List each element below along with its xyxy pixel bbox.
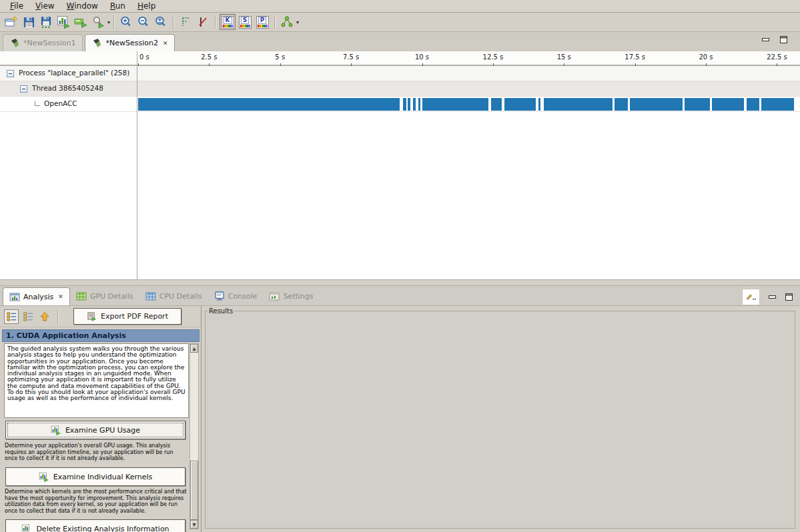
openacc-interval-bar[interactable] bbox=[712, 98, 744, 111]
process-mode-p-icon[interactable]: P bbox=[254, 14, 270, 30]
close-icon[interactable]: ✕ bbox=[57, 293, 63, 300]
openacc-interval-bar[interactable] bbox=[408, 98, 410, 111]
process-row[interactable]: Process "laplace_parallel" (258) bbox=[0, 66, 800, 81]
time-ruler[interactable]: 0 s2.5 s5 s7.5 s10 s12.5 s15 s17.5 s20 s… bbox=[0, 51, 800, 66]
toolbar-separator bbox=[57, 310, 58, 323]
zoom-fit-icon[interactable] bbox=[153, 14, 169, 30]
menu-run[interactable]: Run bbox=[104, 1, 131, 11]
openacc-interval-bar[interactable] bbox=[615, 98, 628, 111]
guided-analysis-view-icon[interactable] bbox=[4, 309, 19, 324]
delete-existing-analysis-button[interactable]: Delete Existing Analysis Information bbox=[5, 519, 185, 532]
collect-metrics-icon[interactable] bbox=[90, 14, 106, 30]
ruler-tick-label: 5 s bbox=[275, 53, 285, 61]
toolbar-separator bbox=[113, 15, 114, 29]
minimize-icon[interactable] bbox=[761, 36, 770, 43]
session-tab-bar: *NewSession1 *NewSession2 ✕ bbox=[0, 32, 800, 51]
collapse-icon[interactable] bbox=[20, 85, 27, 93]
save-all-icon[interactable] bbox=[38, 14, 54, 30]
maximize-icon[interactable] bbox=[785, 293, 793, 301]
analysis-toolbar: Export PDF Report bbox=[0, 306, 201, 327]
openacc-interval-bar[interactable] bbox=[138, 98, 400, 111]
toolbar-separator bbox=[173, 15, 173, 29]
analysis-scrollbar[interactable]: ▲ ▼ bbox=[189, 343, 199, 529]
marker-icon[interactable] bbox=[195, 14, 211, 30]
minimize-icon[interactable] bbox=[768, 293, 777, 301]
openacc-interval-bar[interactable] bbox=[413, 98, 416, 111]
openacc-interval-bar[interactable] bbox=[422, 98, 488, 111]
menu-help[interactable]: Help bbox=[131, 1, 161, 11]
bottom-tab-label: CPU Details bbox=[159, 292, 202, 301]
menu-file[interactable]: File bbox=[4, 1, 29, 11]
results-groupbox: Results bbox=[205, 307, 795, 529]
session-icon bbox=[10, 38, 20, 48]
bottom-tab-label: Console bbox=[228, 292, 258, 301]
openacc-interval-bar[interactable] bbox=[403, 98, 406, 111]
horizontal-sash[interactable] bbox=[0, 279, 800, 285]
new-session-icon[interactable] bbox=[3, 14, 19, 30]
openacc-interval-bar[interactable] bbox=[544, 98, 613, 111]
stream-mode-s-icon[interactable]: S bbox=[237, 14, 253, 30]
openacc-interval-bar[interactable] bbox=[504, 98, 536, 111]
session-tab-label: *NewSession2 bbox=[105, 39, 157, 47]
ruler-tick-label: 2.5 s bbox=[201, 53, 217, 61]
thread-row[interactable]: Thread 3865405248 bbox=[0, 81, 800, 97]
view-menu-pencil-icon[interactable] bbox=[742, 289, 760, 305]
tab-console[interactable]: Console bbox=[208, 287, 264, 305]
results-panel: Results bbox=[202, 306, 800, 532]
openacc-interval-bar[interactable] bbox=[418, 98, 421, 111]
tab-gpu-details[interactable]: GPU Details bbox=[70, 287, 139, 305]
ruler-tick-label: 10 s bbox=[415, 53, 429, 61]
menu-window[interactable]: Window bbox=[61, 1, 104, 11]
openacc-timeline-track[interactable] bbox=[137, 97, 800, 112]
tab-newsession1[interactable]: *NewSession1 bbox=[3, 34, 83, 51]
ruler-tick-label: 17.5 s bbox=[625, 53, 645, 61]
tab-cpu-details[interactable]: CPU Details bbox=[139, 287, 208, 305]
topology-icon[interactable] bbox=[279, 14, 295, 30]
tree-timeline-splitter[interactable] bbox=[137, 51, 137, 279]
stage-header: 1. CUDA Application Analysis bbox=[2, 329, 199, 342]
openacc-interval-bar[interactable] bbox=[630, 98, 682, 111]
gpu-usage-description-text: Determine your application's overall GPU… bbox=[5, 443, 173, 461]
ruler-tick-label: 7.5 s bbox=[343, 53, 359, 61]
collect-metrics-dropdown-icon[interactable]: ▾ bbox=[107, 19, 110, 25]
zoom-out-icon[interactable] bbox=[135, 14, 151, 30]
export-pdf-report-button[interactable]: Export PDF Report bbox=[73, 308, 181, 325]
scrollbar-thumb[interactable] bbox=[190, 461, 198, 520]
ruler-icon[interactable] bbox=[177, 14, 193, 30]
menu-view[interactable]: View bbox=[29, 1, 60, 11]
topology-dropdown-icon[interactable]: ▾ bbox=[296, 19, 299, 25]
openacc-interval-bar[interactable] bbox=[685, 98, 709, 111]
tab-newsession2[interactable]: *NewSession2 ✕ bbox=[85, 34, 175, 51]
console-tab-icon bbox=[214, 291, 225, 301]
bottom-tab-label: Settings bbox=[283, 292, 313, 301]
close-icon[interactable]: ✕ bbox=[161, 40, 168, 47]
collapse-icon[interactable] bbox=[7, 70, 14, 77]
results-legend: Results bbox=[208, 307, 234, 315]
scroll-up-icon[interactable]: ▲ bbox=[190, 344, 198, 353]
ruler-tick-label: 20 s bbox=[699, 53, 713, 61]
unguided-analysis-view-icon[interactable] bbox=[21, 309, 35, 324]
analysis-panel: Export PDF Report 1. CUDA Application An… bbox=[0, 306, 202, 532]
openacc-interval-bar[interactable] bbox=[747, 98, 759, 111]
tab-analysis[interactable]: Analysis ✕ bbox=[3, 287, 70, 305]
save-icon[interactable] bbox=[21, 14, 37, 30]
openacc-interval-bar[interactable] bbox=[491, 98, 502, 111]
ruler-tick-label: 0 s bbox=[139, 53, 149, 61]
zoom-in-icon[interactable] bbox=[118, 14, 134, 30]
openacc-interval-bar[interactable] bbox=[761, 98, 794, 111]
run-analysis-icon[interactable] bbox=[73, 14, 89, 30]
kernel-mode-k-icon[interactable]: K bbox=[220, 14, 236, 30]
scroll-down-icon[interactable]: ▼ bbox=[190, 520, 198, 529]
gpu-details-tab-icon bbox=[76, 291, 87, 301]
maximize-icon[interactable] bbox=[779, 36, 788, 43]
examine-individual-kernels-button[interactable]: Examine Individual Kernels bbox=[5, 467, 185, 486]
openacc-interval-bar[interactable] bbox=[538, 98, 540, 111]
up-stage-arrow-icon[interactable] bbox=[37, 309, 52, 324]
generate-timeline-icon[interactable] bbox=[55, 14, 71, 30]
tab-settings[interactable]: Settings bbox=[263, 287, 319, 305]
bottom-tab-label: Analysis bbox=[23, 293, 53, 301]
chart-run-icon bbox=[21, 524, 31, 532]
chart-run-icon bbox=[51, 425, 61, 435]
examine-gpu-usage-button[interactable]: Examine GPU Usage bbox=[5, 421, 185, 439]
openacc-row[interactable]: OpenACC bbox=[0, 97, 800, 112]
